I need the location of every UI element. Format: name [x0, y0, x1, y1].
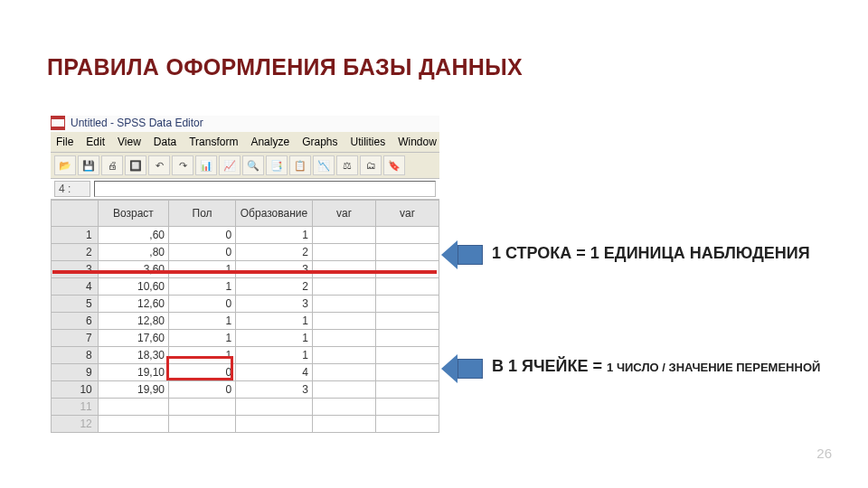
row-header[interactable]: 8: [52, 347, 99, 364]
cell[interactable]: [169, 399, 236, 416]
cell[interactable]: 3: [236, 261, 313, 278]
cell[interactable]: 0: [169, 244, 236, 261]
open-icon[interactable]: 📂: [54, 155, 76, 175]
find-icon[interactable]: 🔍: [242, 155, 264, 175]
insert-case-icon[interactable]: 📑: [266, 155, 288, 175]
menu-edit[interactable]: Edit: [86, 136, 105, 148]
cell[interactable]: [375, 381, 439, 399]
menu-graphs[interactable]: Graphs: [302, 136, 337, 148]
label-icon[interactable]: 🔖: [383, 155, 405, 175]
cell[interactable]: 1: [236, 313, 313, 330]
row-header[interactable]: 4: [52, 278, 99, 296]
cell[interactable]: 0: [169, 296, 236, 313]
save-icon[interactable]: 💾: [78, 155, 99, 175]
cell[interactable]: [312, 244, 375, 261]
cell[interactable]: [312, 381, 375, 399]
cell[interactable]: 1: [236, 330, 313, 347]
row-header[interactable]: 3: [52, 261, 99, 278]
cell[interactable]: [312, 330, 375, 347]
cell[interactable]: 19,90: [98, 381, 168, 399]
menu-file[interactable]: File: [56, 136, 73, 148]
row-header[interactable]: 9: [52, 364, 99, 381]
split-icon[interactable]: 📉: [313, 155, 335, 175]
cell[interactable]: [375, 296, 439, 313]
row-header[interactable]: 2: [52, 244, 99, 261]
cell[interactable]: [375, 278, 439, 296]
cell[interactable]: [312, 296, 375, 313]
cell[interactable]: [375, 330, 439, 347]
cell[interactable]: [312, 347, 375, 364]
chart-icon[interactable]: 📊: [195, 155, 217, 175]
cell[interactable]: [375, 227, 439, 244]
cell[interactable]: [375, 244, 439, 261]
cell[interactable]: [236, 399, 313, 416]
row-header[interactable]: 6: [52, 313, 99, 330]
cell[interactable]: [312, 261, 375, 278]
row-header[interactable]: 12: [52, 416, 99, 433]
cell[interactable]: [236, 416, 313, 433]
cell[interactable]: [98, 399, 168, 416]
cell[interactable]: ,60: [98, 227, 168, 244]
cell[interactable]: [98, 416, 168, 433]
row-header[interactable]: 5: [52, 296, 99, 313]
cell[interactable]: 12,60: [98, 296, 168, 313]
cell[interactable]: [312, 399, 375, 416]
cell[interactable]: 2: [236, 278, 313, 296]
col-header-edu[interactable]: Образование: [236, 201, 313, 227]
cell[interactable]: [375, 416, 439, 433]
cell[interactable]: [312, 416, 375, 433]
menu-transform[interactable]: Transform: [189, 136, 238, 148]
cell[interactable]: 3: [236, 381, 313, 399]
cell[interactable]: 1: [236, 227, 313, 244]
cell[interactable]: [375, 399, 439, 416]
menu-view[interactable]: View: [118, 136, 141, 148]
col-header-var1[interactable]: var: [312, 201, 375, 227]
cell[interactable]: 0: [169, 381, 236, 399]
cell[interactable]: [312, 313, 375, 330]
row-header[interactable]: 1: [52, 227, 99, 244]
cell[interactable]: 18,30: [98, 347, 168, 364]
menu-utilities[interactable]: Utilities: [350, 136, 385, 148]
row-header[interactable]: 10: [52, 381, 99, 399]
cell[interactable]: 17,60: [98, 330, 168, 347]
row-header[interactable]: 11: [52, 399, 99, 416]
menu-analyze[interactable]: Analyze: [250, 136, 289, 148]
goto-icon[interactable]: 📈: [219, 155, 241, 175]
cell[interactable]: 3: [236, 296, 313, 313]
redo-icon[interactable]: ↷: [172, 155, 193, 175]
cell[interactable]: 1: [169, 278, 236, 296]
weight-icon[interactable]: ⚖: [336, 155, 358, 175]
cell[interactable]: 1: [169, 313, 236, 330]
cell[interactable]: 4: [236, 364, 313, 381]
menu-window[interactable]: Window: [398, 136, 437, 148]
cell[interactable]: [375, 261, 439, 278]
cell[interactable]: ,80: [98, 244, 168, 261]
cell[interactable]: 12,80: [98, 313, 168, 330]
cell[interactable]: 1: [169, 330, 236, 347]
cell[interactable]: 10,60: [98, 278, 168, 296]
row-header[interactable]: 7: [52, 330, 99, 347]
col-header-pol[interactable]: Пол: [169, 201, 236, 227]
cell[interactable]: [375, 347, 439, 364]
cell[interactable]: [169, 416, 236, 433]
cell[interactable]: [312, 278, 375, 296]
cell[interactable]: 2: [236, 244, 313, 261]
cell[interactable]: 3,60: [98, 261, 168, 278]
cell[interactable]: 0: [169, 227, 236, 244]
undo-icon[interactable]: ↶: [148, 155, 170, 175]
cell[interactable]: [312, 227, 375, 244]
cell[interactable]: [375, 313, 439, 330]
cell[interactable]: 1: [169, 261, 236, 278]
cell[interactable]: 19,10: [98, 364, 168, 381]
col-header-var2[interactable]: var: [375, 201, 439, 227]
select-icon[interactable]: 🗂: [360, 155, 382, 175]
col-header-age[interactable]: Возраст: [98, 201, 168, 227]
menu-data[interactable]: Data: [154, 136, 176, 148]
cell[interactable]: 1: [236, 347, 313, 364]
cell[interactable]: [312, 364, 375, 381]
cell-value-input[interactable]: [94, 181, 436, 197]
dialog-icon[interactable]: 🔲: [125, 155, 146, 175]
print-icon[interactable]: 🖨: [101, 155, 123, 175]
cell[interactable]: [375, 364, 439, 381]
insert-var-icon[interactable]: 📋: [289, 155, 311, 175]
